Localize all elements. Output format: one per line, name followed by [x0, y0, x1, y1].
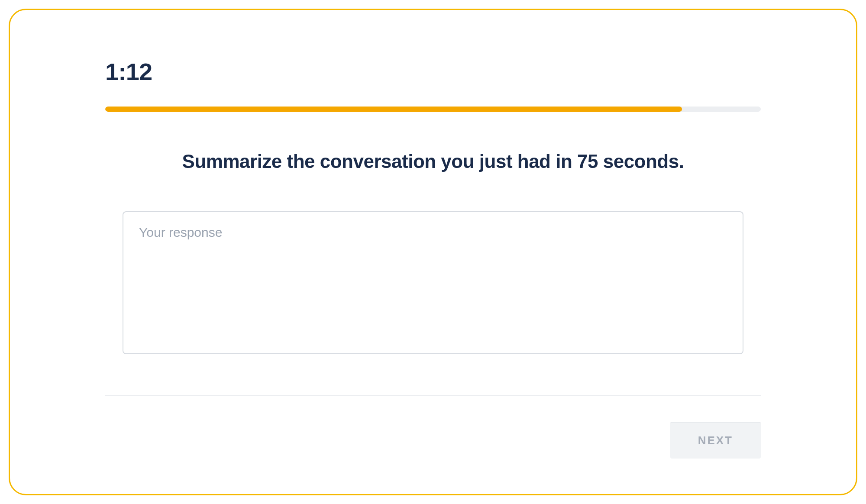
progress-bar [105, 107, 761, 112]
timer: 1:12 [105, 58, 761, 86]
response-input[interactable] [123, 211, 743, 354]
footer: NEXT [105, 422, 761, 459]
task-card: 1:12 Summarize the conversation you just… [9, 9, 857, 495]
prompt-text: Summarize the conversation you just had … [105, 151, 761, 172]
divider [105, 395, 761, 396]
next-button[interactable]: NEXT [670, 422, 761, 459]
response-wrapper [105, 211, 761, 356]
progress-fill [105, 107, 682, 112]
